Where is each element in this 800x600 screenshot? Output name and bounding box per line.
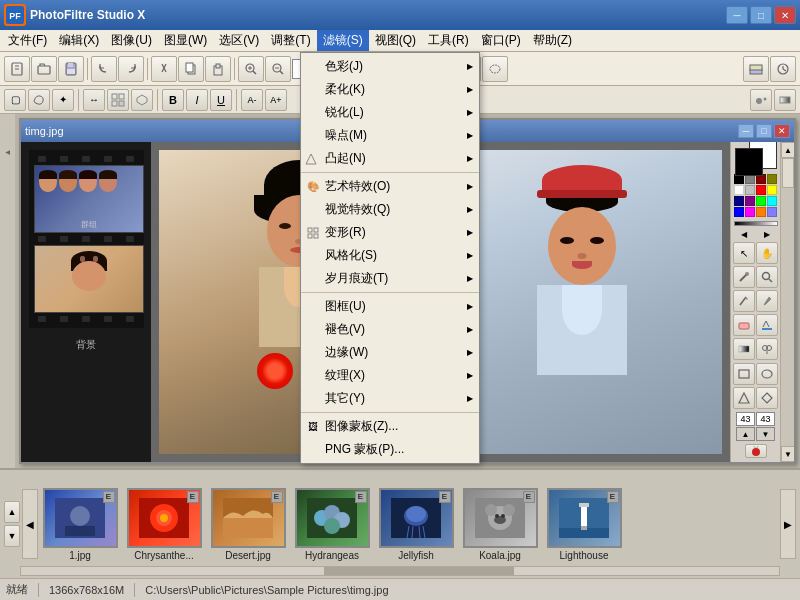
scroll-track[interactable] xyxy=(781,158,794,446)
gradient-tool[interactable] xyxy=(733,338,755,360)
menu-filter[interactable]: 滤镜(S) xyxy=(317,30,369,51)
thumb-prev[interactable]: ◀ xyxy=(22,489,38,559)
brush-size-btn[interactable] xyxy=(750,89,772,111)
layer-button[interactable] xyxy=(743,56,769,82)
menu-filter-color[interactable]: 色彩(J) xyxy=(301,55,479,78)
palette-purple[interactable] xyxy=(745,196,755,206)
thumb-scrollbar[interactable] xyxy=(20,566,780,576)
menu-help[interactable]: 帮助(Z) xyxy=(527,30,578,51)
view3d-btn[interactable] xyxy=(131,89,153,111)
doc-close[interactable]: ✕ xyxy=(774,124,790,138)
history-button[interactable] xyxy=(770,56,796,82)
pencil-tool[interactable] xyxy=(733,290,755,312)
doc-minimize[interactable]: ─ xyxy=(738,124,754,138)
palette-lightblue[interactable] xyxy=(767,207,777,217)
film-thumb-group[interactable]: 群组 xyxy=(34,165,144,233)
hand-tool[interactable]: ✋ xyxy=(756,242,778,264)
menu-filter-noise[interactable]: 噪点(M) xyxy=(301,124,479,147)
menu-filter-border[interactable]: 边缘(W) xyxy=(301,341,479,364)
wand-tool[interactable]: ✦ xyxy=(52,89,74,111)
color-selector[interactable] xyxy=(735,148,777,169)
palette-white[interactable] xyxy=(734,185,744,195)
menu-filter-imageboard[interactable]: 🖼 图像蒙板(Z)... xyxy=(301,415,479,438)
special-tool[interactable] xyxy=(745,444,767,458)
menu-view-q[interactable]: 视图(Q) xyxy=(369,30,422,51)
save-button[interactable] xyxy=(58,56,84,82)
copy-button[interactable] xyxy=(178,56,204,82)
strip-down[interactable]: ▼ xyxy=(4,525,20,547)
num-input-2[interactable]: 43 xyxy=(756,412,775,426)
diamond-tool[interactable] xyxy=(756,387,778,409)
grid-btn[interactable] xyxy=(107,89,129,111)
thumb-img-desert[interactable]: E xyxy=(211,488,286,548)
image-panel-right[interactable] xyxy=(443,150,723,454)
opacity-btn[interactable] xyxy=(774,89,796,111)
num-input-1[interactable]: 43 xyxy=(736,412,755,426)
thumb-img-jellyfish[interactable]: E xyxy=(379,488,454,548)
doc-maximize[interactable]: □ xyxy=(756,124,772,138)
thumb-img-lighthouse[interactable]: E xyxy=(547,488,622,548)
magnifier-tool[interactable] xyxy=(756,266,778,288)
scroll-up-button[interactable]: ▲ xyxy=(781,142,794,158)
stepper-down[interactable]: ▼ xyxy=(756,427,775,441)
menu-select[interactable]: 选区(V) xyxy=(213,30,265,51)
menu-filter-deform[interactable]: 变形(R) xyxy=(301,221,479,244)
palette-navy[interactable] xyxy=(734,196,744,206)
menu-view-w[interactable]: 图显(W) xyxy=(158,30,213,51)
stepper-up[interactable]: ▲ xyxy=(736,427,755,441)
triangle-tool[interactable] xyxy=(733,387,755,409)
font-size-minus[interactable]: A- xyxy=(241,89,263,111)
maximize-button[interactable]: □ xyxy=(750,6,772,24)
open-button[interactable] xyxy=(31,56,57,82)
bold-btn[interactable]: B xyxy=(162,89,184,111)
menu-filter-visufx[interactable]: 视觉特效(Q) xyxy=(301,198,479,221)
thumbnail-desert[interactable]: E Desert.jpg xyxy=(208,488,288,561)
fg-color[interactable] xyxy=(735,148,763,176)
scroll-down-button[interactable]: ▼ xyxy=(781,446,794,462)
close-button[interactable]: ✕ xyxy=(774,6,796,24)
menu-filter-aging[interactable]: 岁月痕迹(T) xyxy=(301,267,479,290)
undo-button[interactable] xyxy=(91,56,117,82)
menu-filter-texture[interactable]: 纹理(X) xyxy=(301,364,479,387)
pointer-tool[interactable]: ↖ xyxy=(733,242,755,264)
menu-filter-artfx[interactable]: 🎨 艺术特效(O) xyxy=(301,175,479,198)
underline-btn[interactable]: U xyxy=(210,89,232,111)
menu-filter-pngboard[interactable]: PNG 蒙板(P)... xyxy=(301,438,479,461)
palette-red[interactable] xyxy=(756,185,766,195)
thumbnail-1jpg[interactable]: E 1.jpg xyxy=(40,488,120,561)
zoom-out-button[interactable] xyxy=(265,56,291,82)
redo-button[interactable] xyxy=(118,56,144,82)
thumbnail-hydrangeas[interactable]: E Hydrangeas xyxy=(292,488,372,561)
thumb-next[interactable]: ▶ xyxy=(780,489,796,559)
menu-filter-soften[interactable]: 柔化(K) xyxy=(301,78,479,101)
menu-file[interactable]: 文件(F) xyxy=(2,30,53,51)
strip-up[interactable]: ▲ xyxy=(4,501,20,523)
palette-magenta[interactable] xyxy=(745,207,755,217)
cut-button[interactable] xyxy=(151,56,177,82)
thumb-img-koala[interactable]: E xyxy=(463,488,538,548)
palette-silver[interactable] xyxy=(745,185,755,195)
menu-tools[interactable]: 工具(R) xyxy=(422,30,475,51)
palette-yellow[interactable] xyxy=(767,185,777,195)
scroll-thumb[interactable] xyxy=(782,158,794,188)
gradient-bar[interactable] xyxy=(734,221,778,226)
menu-window[interactable]: 窗口(P) xyxy=(475,30,527,51)
fill-tool[interactable] xyxy=(756,314,778,336)
menu-filter-emboss[interactable]: 凸起(N) xyxy=(301,147,479,170)
italic-btn[interactable]: I xyxy=(186,89,208,111)
palette-cyan[interactable] xyxy=(767,196,777,206)
zoom-in-button[interactable] xyxy=(238,56,264,82)
palette-left[interactable]: ◀ xyxy=(741,230,747,239)
ruler-tool[interactable]: ↔ xyxy=(83,89,105,111)
menu-filter-stylize[interactable]: 风格化(S) xyxy=(301,244,479,267)
film-thumb-portrait[interactable] xyxy=(34,245,144,313)
thumb-img-hydrangeas[interactable]: E xyxy=(295,488,370,548)
palette-orange[interactable] xyxy=(756,207,766,217)
menu-filter-sharpen[interactable]: 锐化(L) xyxy=(301,101,479,124)
font-size-plus[interactable]: A+ xyxy=(265,89,287,111)
select-oval-button[interactable] xyxy=(482,56,508,82)
menu-filter-vignette[interactable]: 褪色(V) xyxy=(301,318,479,341)
thumb-scroll-thumb[interactable] xyxy=(324,567,514,575)
clone-tool[interactable] xyxy=(756,338,778,360)
lasso-tool[interactable] xyxy=(28,89,50,111)
